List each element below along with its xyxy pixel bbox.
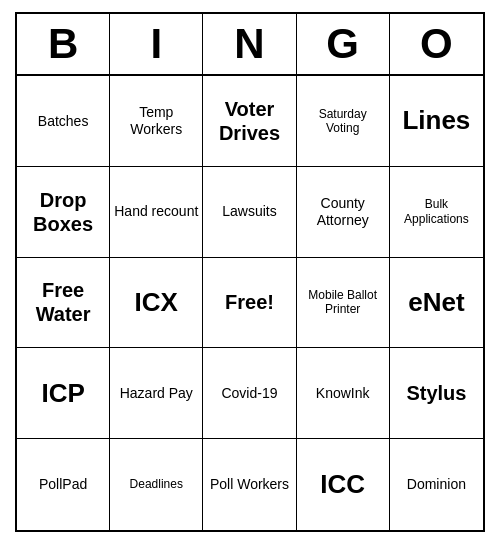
bingo-cell: Voter Drives (203, 76, 296, 167)
bingo-cell: Saturday Voting (297, 76, 390, 167)
bingo-cell: PollPad (17, 439, 110, 530)
bingo-cell: Free! (203, 258, 296, 349)
bingo-cell: ICX (110, 258, 203, 349)
bingo-cell: Deadlines (110, 439, 203, 530)
bingo-cell: Bulk Applications (390, 167, 483, 258)
bingo-cell: eNet (390, 258, 483, 349)
bingo-header: BINGO (17, 14, 483, 76)
bingo-cell: Drop Boxes (17, 167, 110, 258)
bingo-letter-o: O (390, 14, 483, 74)
bingo-cell: ICC (297, 439, 390, 530)
bingo-cell: Dominion (390, 439, 483, 530)
bingo-letter-b: B (17, 14, 110, 74)
bingo-cell: Hand recount (110, 167, 203, 258)
bingo-grid: BatchesTemp WorkersVoter DrivesSaturday … (17, 76, 483, 530)
bingo-cell: Batches (17, 76, 110, 167)
bingo-cell: Mobile Ballot Printer (297, 258, 390, 349)
bingo-cell: Hazard Pay (110, 348, 203, 439)
bingo-letter-n: N (203, 14, 296, 74)
bingo-cell: Stylus (390, 348, 483, 439)
bingo-cell: Free Water (17, 258, 110, 349)
bingo-cell: County Attorney (297, 167, 390, 258)
bingo-letter-i: I (110, 14, 203, 74)
bingo-cell: ICP (17, 348, 110, 439)
bingo-cell: KnowInk (297, 348, 390, 439)
bingo-cell: Lines (390, 76, 483, 167)
bingo-cell: Lawsuits (203, 167, 296, 258)
bingo-letter-g: G (297, 14, 390, 74)
bingo-cell: Temp Workers (110, 76, 203, 167)
bingo-cell: Covid-19 (203, 348, 296, 439)
bingo-card: BINGO BatchesTemp WorkersVoter DrivesSat… (15, 12, 485, 532)
bingo-cell: Poll Workers (203, 439, 296, 530)
